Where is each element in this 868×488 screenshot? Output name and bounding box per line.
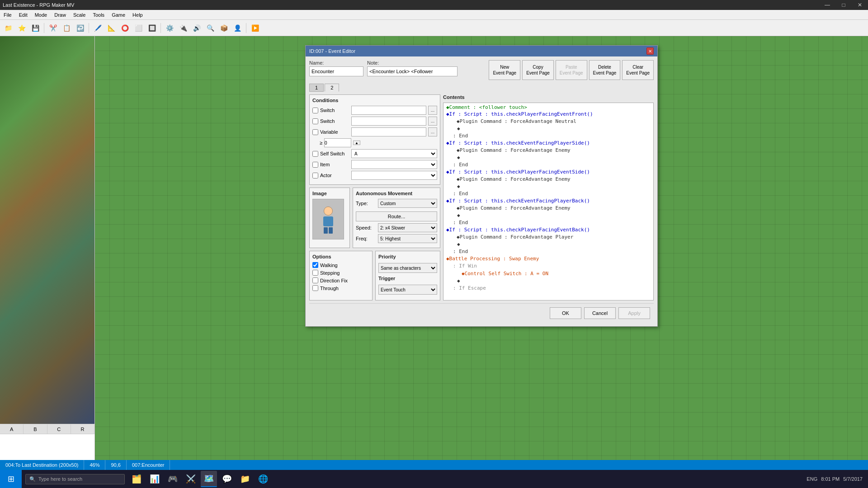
condition-switch1-checkbox[interactable] (312, 108, 318, 113)
page-tab-2[interactable]: 2 (325, 84, 339, 92)
new-event-page-button[interactable]: New Event Page (489, 60, 520, 80)
toolbar-new[interactable]: 📁 (2, 22, 14, 34)
option-through-checkbox[interactable] (312, 285, 318, 291)
panel-letter-b[interactable]: B (24, 424, 47, 434)
clear-event-page-button[interactable]: Clear Event Page (622, 60, 654, 80)
panel-letter-c[interactable]: C (47, 424, 71, 434)
page-tab-1[interactable]: 1 (309, 84, 324, 92)
content-line-11: ◆Plugin Command : ForceAdvantage Enemy (444, 175, 652, 183)
condition-number-input[interactable] (324, 138, 351, 147)
condition-number-up[interactable]: ▲ (353, 141, 360, 145)
cancel-button[interactable]: Cancel (584, 307, 616, 319)
condition-variable-label: Variable (320, 129, 349, 135)
toolbar-char[interactable]: 👤 (231, 22, 244, 34)
toolbar-save[interactable]: 💾 (29, 22, 42, 34)
trigger-title: Trigger (378, 276, 437, 281)
toolbar-rect[interactable]: 📐 (105, 22, 118, 34)
contents-box[interactable]: ◆Comment : <follower touch> ◆If : Script… (443, 103, 654, 300)
apply-button[interactable]: Apply (618, 307, 650, 319)
am-type-select[interactable]: Fixed Random Approach Custom (378, 199, 437, 208)
menu-edit[interactable]: Edit (15, 11, 31, 19)
panel-letter-r[interactable]: R (71, 424, 94, 434)
toolbar-circle[interactable]: ⭕ (118, 22, 131, 34)
condition-switch1-input[interactable] (351, 106, 426, 115)
taskbar-app-rpgmv[interactable]: 🗺️ (201, 471, 217, 487)
content-line-13: : End (444, 190, 652, 197)
menu-file[interactable]: File (0, 11, 15, 19)
tileset-grid[interactable] (0, 36, 94, 424)
menu-mode[interactable]: Mode (31, 11, 51, 19)
condition-geq-symbol: ≥ (320, 140, 322, 145)
taskbar-time: 8:01 PM (821, 476, 840, 482)
menu-scale[interactable]: Scale (70, 11, 90, 19)
close-button[interactable]: ✕ (852, 0, 868, 10)
priority-select[interactable]: Below characters Same as characters Abov… (378, 263, 437, 273)
content-line-5: : End (444, 132, 652, 140)
toolbar-cut[interactable]: ✂️ (47, 22, 59, 34)
condition-switch1-btn[interactable]: … (428, 106, 437, 115)
toolbar-fill[interactable]: ⬜ (132, 22, 145, 34)
taskbar-app-7[interactable]: 📁 (237, 471, 253, 487)
menu-tools[interactable]: Tools (89, 11, 108, 19)
taskbar-app-chrome[interactable]: 🌐 (255, 471, 271, 487)
taskbar-app-6[interactable]: 💬 (219, 471, 235, 487)
toolbar-search-map[interactable]: 🔍 (204, 22, 217, 34)
condition-switch2-btn[interactable]: … (428, 117, 437, 126)
toolbar-resource[interactable]: 📦 (217, 22, 230, 34)
condition-actor-select[interactable] (351, 171, 437, 180)
delete-event-page-button[interactable]: Delete Event Page (589, 60, 621, 80)
trigger-select[interactable]: Action Button Player Touch Event Touch A… (378, 285, 437, 295)
menu-draw[interactable]: Draw (51, 11, 70, 19)
maximize-button[interactable]: □ (835, 0, 852, 10)
toolbar-undo[interactable]: ↩️ (74, 22, 86, 34)
panel-letter-a[interactable]: A (0, 424, 24, 434)
toolbar-select[interactable]: 🔲 (146, 22, 158, 34)
condition-switch2-checkbox[interactable] (312, 118, 318, 124)
condition-item-select[interactable] (351, 160, 437, 169)
taskbar-app-1[interactable]: 🗂️ (128, 471, 145, 487)
ok-button[interactable]: OK (550, 307, 581, 319)
condition-switch2-input[interactable] (351, 117, 426, 126)
dialog-close-button[interactable]: ✕ (646, 47, 654, 55)
titlebar-controls: — □ ✕ (819, 0, 868, 10)
taskbar-search[interactable]: 🔍 Type here to search (25, 474, 125, 484)
toolbar-audio[interactable]: 🔊 (190, 22, 203, 34)
condition-actor-checkbox[interactable] (312, 173, 318, 178)
content-line-16: ◆ (444, 212, 652, 219)
condition-variable-btn[interactable]: … (428, 127, 437, 136)
paste-event-page-button[interactable]: Paste Event Page (556, 60, 587, 80)
condition-variable-input[interactable] (351, 127, 426, 136)
condition-variable-checkbox[interactable] (312, 129, 318, 135)
toolbar-plugin[interactable]: 🔌 (177, 22, 189, 34)
toolbar-settings[interactable]: ⚙️ (163, 22, 176, 34)
toolbar-separator-1 (44, 23, 44, 33)
toolbar-play[interactable]: ▶️ (249, 22, 261, 34)
dialog-title: ID:007 - Event Editor (309, 48, 355, 54)
toolbar-copy[interactable]: 📋 (60, 22, 73, 34)
app-title: Last Existence - RPG Maker MV (3, 2, 819, 8)
am-speed-select[interactable]: 1: x8 Slower 2: x4 Slower 3: x2 Slower 4… (378, 223, 437, 232)
character-image-box[interactable] (312, 199, 344, 239)
option-directionfix-checkbox[interactable] (312, 277, 318, 283)
menu-game[interactable]: Game (108, 11, 129, 19)
tileset-area (0, 36, 94, 424)
condition-selfswitch-checkbox[interactable] (312, 151, 318, 157)
route-button[interactable]: Route... (356, 211, 437, 221)
toolbar-open[interactable]: ⭐ (15, 22, 28, 34)
toolbar-pencil[interactable]: 🖊️ (91, 22, 104, 34)
menu-help[interactable]: Help (129, 11, 146, 19)
taskbar-app-2[interactable]: 📊 (146, 471, 163, 487)
taskbar-app-3[interactable]: 🎮 (165, 471, 181, 487)
content-line-7: ◆Plugin Command : ForceAdvantage Enemy (444, 146, 652, 154)
note-input[interactable] (367, 66, 458, 76)
taskbar-app-4[interactable]: ⚔️ (183, 471, 199, 487)
start-button[interactable]: ⊞ (0, 470, 22, 488)
option-walking-checkbox[interactable] (312, 262, 318, 268)
name-input[interactable] (309, 66, 363, 76)
condition-selfswitch-select[interactable]: ABCD (351, 149, 437, 158)
am-freq-select[interactable]: 1: Lowest 2: Lower 3: Normal 4: Higher 5… (378, 234, 437, 243)
copy-event-page-button[interactable]: Copy Event Page (522, 60, 554, 80)
condition-item-checkbox[interactable] (312, 162, 318, 168)
option-stepping-checkbox[interactable] (312, 270, 318, 276)
minimize-button[interactable]: — (819, 0, 835, 10)
